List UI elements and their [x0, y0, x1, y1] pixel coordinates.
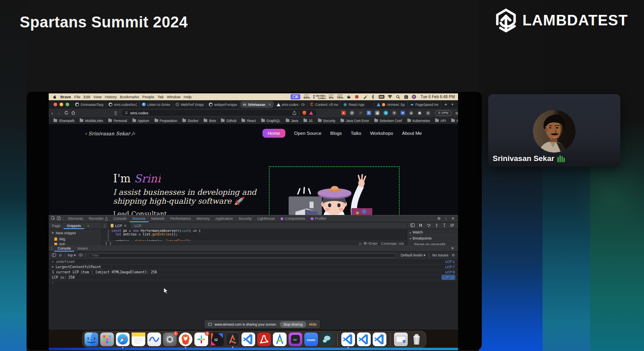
bookmark-folder[interactable]: Personal [108, 119, 127, 123]
source-link[interactable]: LCP:8 [445, 270, 455, 274]
bookmark-folder[interactable]: Java [286, 119, 298, 123]
dock-icon-brave[interactable] [179, 332, 192, 346]
code-editor[interactable]: 1const po = new PerformanceObserver((lis… [102, 229, 407, 241]
step-out-icon[interactable] [443, 223, 446, 228]
devtools-tab-sources[interactable]: Sources [130, 215, 149, 222]
extension-icon-4[interactable]: 文 [367, 111, 371, 115]
share-icon[interactable] [293, 111, 296, 115]
devtools-tab-console[interactable]: Console [111, 215, 130, 222]
extension-icon-1[interactable]: A [341, 111, 346, 115]
extension-icon-8[interactable]: M [400, 111, 405, 115]
clear-console-icon[interactable]: ⊘ [59, 253, 62, 257]
navigator-panel-icon[interactable] [411, 223, 415, 228]
home-button[interactable] [70, 111, 76, 116]
siri-icon[interactable] [412, 95, 417, 99]
apple-icon[interactable] [53, 95, 56, 99]
issues-tab[interactable]: Issues [74, 245, 91, 252]
nav-blogs[interactable]: Blogs [330, 131, 342, 136]
dock-icon-code-insiders[interactable]: <> [289, 332, 302, 346]
wifi-icon[interactable] [388, 95, 392, 99]
browser-tab-5[interactable]: webperf-snippets [206, 101, 240, 108]
menubar-tab[interactable]: Tab [156, 95, 165, 99]
bookmark-folder[interactable]: AWS Lamda [451, 119, 458, 123]
bookmark-folder[interactable]: Bots [204, 119, 216, 123]
watch-section[interactable]: ▸Watch [407, 229, 458, 235]
sources-tab-snippets[interactable]: Snippets [64, 223, 84, 229]
new-snippet-button[interactable]: +New snippet [49, 229, 101, 236]
minimize-window-button[interactable] [60, 103, 63, 106]
console-sidebar-icon[interactable] [52, 253, 56, 258]
nav-talks[interactable]: Talks [351, 131, 361, 136]
browser-menu-button[interactable]: ≡ [456, 111, 458, 116]
close-console-icon[interactable]: ✕ [451, 246, 458, 250]
step-into-icon[interactable] [435, 223, 438, 228]
nav-workshops[interactable]: Workshops [370, 131, 393, 136]
stat-network[interactable]: 100 KB/s0 KB/s [313, 95, 326, 99]
extension-icon-9[interactable]: ◎ [409, 111, 413, 115]
browser-tab-8[interactable]: CContent: All medi [308, 101, 341, 108]
extension-icon-7[interactable]: ✦ [392, 111, 396, 115]
source-link[interactable]: LCP:1 [445, 260, 455, 264]
menubar-app-brave[interactable]: Brave [59, 95, 72, 99]
devtools-tab-memory[interactable]: Memory [194, 215, 213, 222]
zoom-window-button[interactable] [66, 103, 69, 106]
input-source-indicator[interactable]: BN [379, 95, 384, 99]
dock-icon-notes[interactable] [132, 332, 145, 346]
close-tab-icon[interactable]: ✕ [268, 103, 271, 107]
dock-icon-wave-app[interactable] [147, 332, 161, 346]
devtools-kebab-icon[interactable]: ⋮ [444, 217, 448, 221]
menubar-history[interactable]: History [103, 95, 119, 99]
extension-icon-10[interactable]: ▤ [417, 111, 422, 115]
url-field[interactable]: ☰ srini.codes [122, 110, 316, 116]
bluetooth-icon[interactable] [371, 95, 376, 99]
source-link-highlighted[interactable]: LCP:15 [442, 275, 455, 279]
bookmark-folder[interactable]: Preparation [155, 119, 178, 123]
bookmark-folder[interactable]: Appium [132, 119, 149, 123]
browser-tab-9[interactable]: React App [341, 101, 374, 108]
hide-banner-button[interactable]: Hide [309, 322, 316, 326]
menubar-help[interactable]: Help [182, 95, 193, 99]
reload-button[interactable] [63, 111, 70, 116]
dock-icon-finder[interactable] [85, 332, 98, 346]
browser-tab-1[interactable]: SrinivasanTarget/w [73, 101, 106, 108]
devtools-tab-components[interactable]: Components [278, 215, 308, 222]
devtools-tab-performance[interactable]: Performance [167, 215, 194, 222]
bookmark-folder[interactable]: Github [221, 119, 236, 123]
nav-home[interactable]: Home [262, 129, 285, 138]
console-message-4[interactable]: LCP is: 258LCP:15 [49, 275, 458, 280]
eye-icon[interactable] [78, 253, 83, 257]
bookmark-folder[interactable]: MobileLinks [80, 119, 103, 123]
console-message-3[interactable]: 1 current LCP item : [object HTMLImageEl… [49, 270, 458, 275]
reading-list-icon[interactable]: ▯ [112, 110, 119, 116]
dock-icon-safari[interactable] [116, 332, 130, 346]
dock-icon-vscode-4[interactable] [373, 332, 386, 346]
devtools-close-icon[interactable]: ✕ [451, 217, 454, 221]
screen-recording-indicator[interactable] [291, 94, 300, 99]
bookmark-folder[interactable]: Docker [182, 119, 198, 123]
dock-icon-trash[interactable] [410, 332, 423, 346]
close-file-icon[interactable]: ✕ [124, 224, 127, 228]
devtools-tab-security[interactable]: Security [236, 215, 255, 222]
red-app-menubar-icon[interactable] [355, 95, 359, 99]
inspect-element-icon[interactable] [50, 216, 56, 221]
menubar-people[interactable]: People [141, 95, 156, 99]
stat-gpu[interactable]: GPU43% [303, 94, 310, 99]
log-levels-dropdown[interactable]: Default levels ▾ [401, 253, 425, 257]
menubar-view[interactable]: View [92, 95, 103, 99]
console-kebab-icon[interactable]: ⋮ [49, 246, 54, 250]
stat-ram[interactable]: RAM75% [337, 94, 343, 99]
sources-tab-page[interactable]: Page [49, 223, 64, 229]
browser-tab-2[interactable]: srini.codes/src(sc [106, 101, 140, 108]
bookmark-folder[interactable]: Selenium Conf [374, 119, 402, 123]
context-selector[interactable]: top ▾ [68, 253, 76, 257]
stop-sharing-button[interactable]: Stop sharing [280, 321, 306, 328]
close-window-button[interactable] [54, 103, 57, 106]
bookmark-folder[interactable]: React [242, 119, 256, 123]
dock-icon-shared-window[interactable] [394, 332, 408, 346]
tab-list-chevron[interactable]: ▾ [452, 103, 458, 106]
brave-rewards-icon[interactable] [309, 111, 313, 115]
console-settings-icon[interactable]: ⚙ [452, 253, 455, 257]
file-tab-preview[interactable]: LCP [130, 224, 146, 228]
menubar-edit[interactable]: Edit [82, 95, 92, 99]
browser-tab-3[interactable]: Listen to Srinivasa [140, 101, 173, 108]
